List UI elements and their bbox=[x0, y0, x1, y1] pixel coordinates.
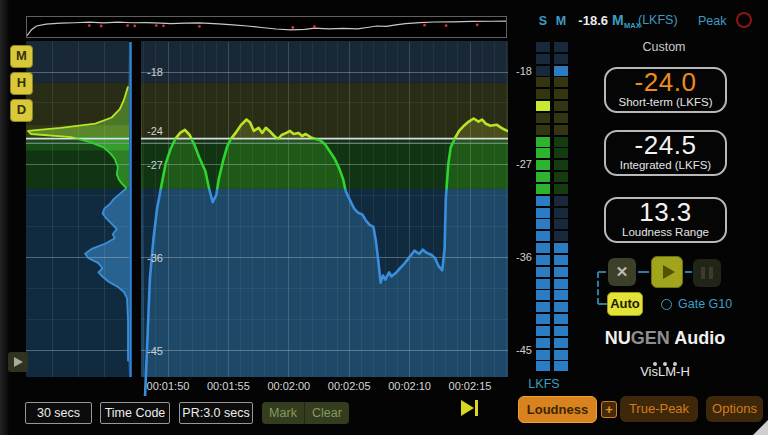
brand-audio: Audio bbox=[670, 328, 725, 348]
meter-segment bbox=[554, 290, 568, 300]
meter-unit-label: LKFS bbox=[514, 377, 574, 391]
gate-label: Gate G10 bbox=[678, 297, 732, 311]
svg-text:-18: -18 bbox=[147, 66, 163, 78]
mmax-value: -18.6 bbox=[566, 13, 608, 28]
s-meter-label: S bbox=[536, 14, 550, 28]
meter-segment bbox=[554, 302, 568, 312]
meter-segment bbox=[536, 160, 550, 170]
loudness-tab-button[interactable]: Loudness bbox=[518, 396, 597, 423]
product-name: VisLM-H bbox=[595, 364, 735, 379]
svg-text:-45: -45 bbox=[147, 345, 163, 357]
options-button[interactable]: Options bbox=[706, 396, 763, 422]
meter-segment bbox=[536, 42, 550, 52]
meter-segment bbox=[536, 113, 550, 123]
meter-segment bbox=[536, 231, 550, 241]
auto-button[interactable]: Auto bbox=[607, 292, 643, 316]
meter-segment bbox=[554, 314, 568, 324]
preset-name: Custom bbox=[604, 40, 724, 54]
meter-segment bbox=[554, 184, 568, 194]
meter-segment bbox=[536, 302, 550, 312]
skip-triangle-icon bbox=[461, 400, 474, 416]
vislm-plugin-window: -18-24-27-36-4500:01:5000:01:5500:02:000… bbox=[0, 0, 768, 435]
svg-text:-36: -36 bbox=[147, 252, 163, 264]
meter-segment bbox=[536, 267, 550, 277]
reset-button[interactable]: ✕ bbox=[608, 258, 636, 286]
add-view-button[interactable]: + bbox=[601, 401, 617, 418]
distribution-play-button[interactable] bbox=[8, 352, 28, 372]
brand-nu: NU bbox=[605, 328, 631, 348]
meter-segment bbox=[554, 243, 568, 253]
overview-strip bbox=[27, 17, 507, 38]
meter-segment bbox=[554, 338, 568, 348]
meter-segment bbox=[554, 361, 568, 371]
connector-line bbox=[597, 272, 599, 304]
meter-segment bbox=[536, 243, 550, 253]
clear-button[interactable]: Clear bbox=[305, 402, 349, 424]
short-term-readout: -24.0 Short-term (LKFS) bbox=[604, 67, 727, 113]
meter-segment bbox=[554, 77, 568, 87]
meter-scale-label: -36 bbox=[496, 251, 532, 263]
loudness-history-chart[interactable]: -18-24-27-36-4500:01:5000:01:5500:02:000… bbox=[26, 16, 508, 396]
svg-text:00:01:50: 00:01:50 bbox=[147, 380, 190, 392]
skip-bar-icon bbox=[475, 400, 478, 416]
brand-logo: NUGEN Audio bbox=[595, 328, 735, 349]
play-icon bbox=[14, 357, 23, 367]
practical-range-button[interactable]: PR:3.0 secs bbox=[179, 402, 253, 424]
short-term-meter-bar bbox=[536, 42, 550, 374]
meter-segment bbox=[536, 196, 550, 206]
meter-segment bbox=[536, 279, 550, 289]
history-window-select[interactable]: 30 secs bbox=[25, 402, 92, 424]
meter-segment bbox=[536, 184, 550, 194]
meter-segment bbox=[554, 172, 568, 182]
pause-button[interactable] bbox=[693, 259, 721, 287]
resize-grip[interactable] bbox=[753, 420, 768, 435]
meter-segment bbox=[536, 361, 550, 371]
svg-text:00:02:05: 00:02:05 bbox=[328, 380, 371, 392]
svg-text:00:01:55: 00:01:55 bbox=[207, 380, 250, 392]
integrated-readout: -24.5 Integrated (LKFS) bbox=[604, 130, 727, 176]
true-peak-tab-button[interactable]: True-Peak bbox=[620, 396, 698, 422]
meter-segment bbox=[554, 101, 568, 111]
meter-segment bbox=[536, 219, 550, 229]
meter-segment bbox=[554, 231, 568, 241]
connector-line bbox=[598, 271, 606, 273]
meter-segment bbox=[554, 219, 568, 229]
svg-text:00:02:15: 00:02:15 bbox=[449, 380, 492, 392]
meter-segment bbox=[536, 326, 550, 336]
meter-segment bbox=[554, 66, 568, 76]
peak-label: Peak bbox=[698, 14, 727, 28]
meter-segment bbox=[536, 314, 550, 324]
meter-segment bbox=[554, 255, 568, 265]
play-icon bbox=[663, 265, 675, 279]
meter-segment bbox=[536, 208, 550, 218]
meter-scale-label: -18 bbox=[496, 65, 532, 77]
meter-segment bbox=[554, 54, 568, 64]
meter-segment bbox=[536, 125, 550, 135]
momentary-view-button[interactable]: M bbox=[10, 45, 33, 68]
meter-segment bbox=[536, 290, 550, 300]
integrated-label: Integrated (LKFS) bbox=[606, 159, 725, 171]
distribution-view-button[interactable]: D bbox=[10, 99, 33, 122]
meter-segment bbox=[536, 66, 550, 76]
timecode-mode-button[interactable]: Time Code bbox=[100, 402, 170, 424]
meter-segment bbox=[554, 89, 568, 99]
svg-text:-24: -24 bbox=[147, 125, 163, 137]
integrated-value: -24.5 bbox=[606, 132, 725, 159]
pause-icon bbox=[709, 267, 713, 279]
meter-segment bbox=[536, 89, 550, 99]
history-view-button[interactable]: H bbox=[10, 72, 33, 95]
meter-segment bbox=[554, 267, 568, 277]
meter-segment bbox=[554, 326, 568, 336]
brand-gen: GEN bbox=[631, 328, 670, 348]
peak-indicator-light[interactable] bbox=[736, 12, 752, 28]
meter-segment bbox=[554, 137, 568, 147]
momentary-meter-bar bbox=[554, 42, 568, 374]
meter-segment bbox=[554, 160, 568, 170]
mmax-unit: (LKFS) bbox=[638, 13, 678, 27]
mark-button[interactable]: Mark bbox=[262, 402, 305, 424]
gate-radio[interactable] bbox=[661, 299, 672, 310]
skip-to-end-button[interactable] bbox=[461, 399, 481, 417]
short-term-label: Short-term (LKFS) bbox=[606, 96, 725, 108]
play-button[interactable] bbox=[651, 256, 683, 288]
meter-segment bbox=[554, 350, 568, 360]
